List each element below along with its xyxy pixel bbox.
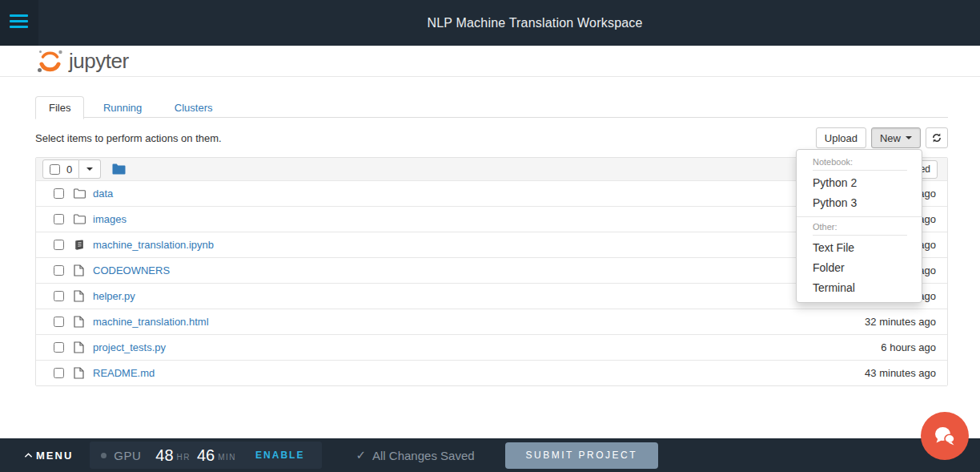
row-checkbox[interactable] xyxy=(54,342,64,353)
file-link[interactable]: images xyxy=(93,213,127,225)
file-link[interactable]: project_tests.py xyxy=(93,341,166,353)
selected-count: 0 xyxy=(66,163,72,175)
modified-time: 43 minutes ago xyxy=(865,367,936,379)
folder-icon xyxy=(112,163,126,175)
chat-support-button[interactable] xyxy=(921,412,969,460)
tab-files[interactable]: Files xyxy=(35,96,84,119)
table-row[interactable]: machine_translation.html 32 minutes ago xyxy=(36,309,947,334)
file-icon xyxy=(74,290,86,302)
tab-bar: Files Running Clusters xyxy=(35,95,948,118)
footer-menu-toggle[interactable]: MENU xyxy=(24,450,73,462)
new-dropdown-wrap: New Notebook: Python 2 Python 3 Other: T… xyxy=(871,127,921,148)
gpu-minutes-value: 46 xyxy=(197,446,215,465)
top-bar: NLP Machine Translation Workspace xyxy=(0,0,980,46)
chevron-down-icon xyxy=(86,167,93,171)
file-link[interactable]: machine_translation.ipynb xyxy=(93,239,214,251)
file-icon xyxy=(74,341,86,353)
main-container: Files Running Clusters Select items to p… xyxy=(35,77,948,386)
modified-time: 6 hours ago xyxy=(881,341,936,353)
select-all-control[interactable]: 0 xyxy=(42,159,79,179)
row-checkbox[interactable] xyxy=(54,368,64,378)
refresh-button[interactable] xyxy=(926,127,948,148)
select-hint-text: Select items to perform actions on them. xyxy=(35,132,222,144)
workspace-footer-bar: MENU GPU 48 HR 46 MIN ENABLE ✓ All Chang… xyxy=(0,438,980,472)
gpu-enable-button[interactable]: ENABLE xyxy=(255,450,304,461)
submit-project-button[interactable]: SUBMIT PROJECT xyxy=(505,442,658,469)
save-status-label: All Changes Saved xyxy=(372,449,475,462)
file-icon xyxy=(74,264,86,276)
gpu-label: GPU xyxy=(114,449,141,462)
table-row[interactable]: README.md 43 minutes ago xyxy=(36,360,947,385)
footer-menu-label: MENU xyxy=(36,450,73,462)
hamburger-menu-icon[interactable] xyxy=(10,14,28,31)
row-checkbox[interactable] xyxy=(54,291,64,301)
modified-time: 32 minutes ago xyxy=(865,316,936,328)
refresh-icon xyxy=(931,132,942,143)
select-all-checkbox[interactable] xyxy=(50,164,60,175)
menu-item-python3[interactable]: Python 3 xyxy=(797,192,922,212)
select-all-group: 0 xyxy=(42,159,101,179)
menu-item-folder[interactable]: Folder xyxy=(797,257,922,277)
jupyter-header: jupyter xyxy=(0,46,980,77)
row-checkbox[interactable] xyxy=(54,240,64,250)
new-menu-notebook-header: Notebook: xyxy=(813,157,907,171)
row-checkbox[interactable] xyxy=(54,188,64,199)
jupyter-logo[interactable]: jupyter xyxy=(35,46,129,75)
notebook-icon xyxy=(74,240,86,251)
new-menu-other-header: Other: xyxy=(813,222,907,236)
file-link[interactable]: CODEOWNERS xyxy=(93,264,170,276)
gpu-time-panel: GPU 48 HR 46 MIN ENABLE xyxy=(90,442,322,469)
file-link[interactable]: machine_translation.html xyxy=(93,316,209,328)
row-checkbox[interactable] xyxy=(54,265,64,276)
workspace-title: NLP Machine Translation Workspace xyxy=(90,0,980,46)
menu-item-python2[interactable]: Python 2 xyxy=(797,172,922,192)
menu-item-terminal[interactable]: Terminal xyxy=(797,277,922,297)
jupyter-logo-icon xyxy=(35,46,64,75)
chat-bubbles-icon xyxy=(933,426,957,446)
chevron-down-icon xyxy=(906,136,912,139)
table-row[interactable]: project_tests.py 6 hours ago xyxy=(36,334,947,360)
gpu-status-dot-icon xyxy=(101,453,106,458)
gpu-hours-unit: HR xyxy=(177,453,191,462)
folder-icon xyxy=(74,214,86,224)
new-menu: Notebook: Python 2 Python 3 Other: Text … xyxy=(796,149,922,303)
file-link[interactable]: helper.py xyxy=(93,290,135,302)
chevron-up-icon xyxy=(24,452,33,458)
toolbar: Select items to perform actions on them.… xyxy=(35,127,948,148)
jupyter-wordmark: jupyter xyxy=(69,49,129,74)
menu-divider xyxy=(797,216,922,217)
file-link[interactable]: data xyxy=(93,188,113,200)
save-status: ✓ All Changes Saved xyxy=(355,448,474,462)
select-filter-button[interactable] xyxy=(79,159,101,179)
tab-clusters[interactable]: Clusters xyxy=(161,96,227,119)
tab-running[interactable]: Running xyxy=(90,96,155,119)
file-link[interactable]: README.md xyxy=(93,367,155,379)
gpu-minutes-unit: MIN xyxy=(218,453,236,462)
row-checkbox[interactable] xyxy=(54,214,64,224)
row-checkbox[interactable] xyxy=(54,317,64,327)
menu-item-textfile[interactable]: Text File xyxy=(797,237,922,257)
gpu-hours-value: 48 xyxy=(155,446,173,465)
file-icon xyxy=(74,367,86,379)
folder-icon xyxy=(74,188,86,199)
new-button[interactable]: New xyxy=(871,127,921,148)
breadcrumb-root-folder[interactable] xyxy=(112,163,126,175)
check-icon: ✓ xyxy=(355,448,366,462)
upload-button[interactable]: Upload xyxy=(816,127,866,148)
toolbar-actions: Upload New Notebook: Python 2 Python 3 O… xyxy=(816,127,948,148)
file-icon xyxy=(74,316,86,328)
